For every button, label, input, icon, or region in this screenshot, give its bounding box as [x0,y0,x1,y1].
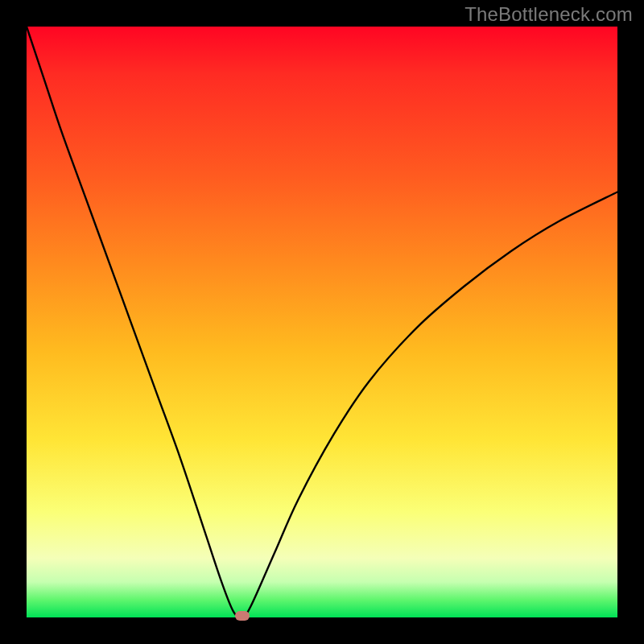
optimal-point-marker [235,611,250,621]
plot-area [27,27,617,617]
chart-frame: TheBottleneck.com [0,0,644,644]
watermark-text: TheBottleneck.com [464,3,633,26]
bottleneck-curve [27,27,617,617]
